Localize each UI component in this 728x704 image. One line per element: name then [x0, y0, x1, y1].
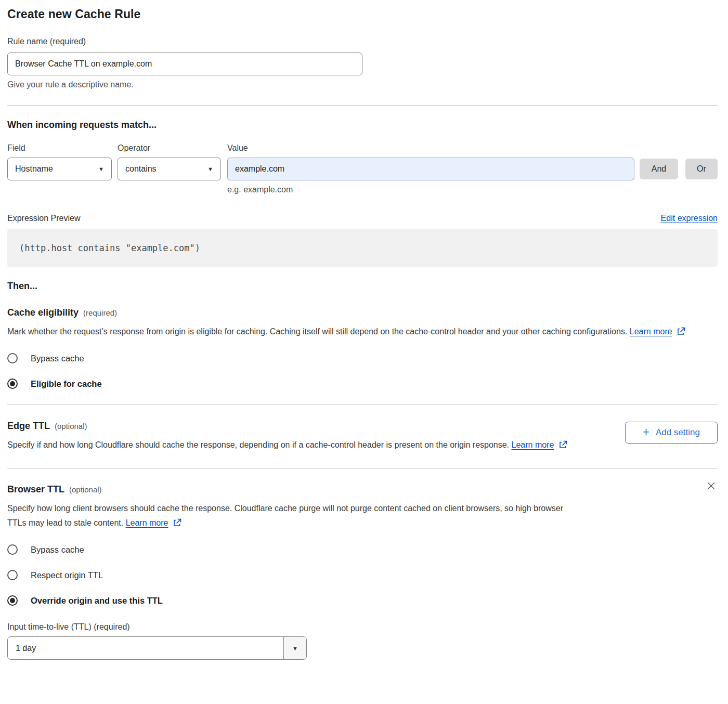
- expression-preview-row: Expression Preview Edit expression: [7, 214, 718, 223]
- browser-ttl-head: Browser TTL (optional): [7, 484, 577, 495]
- edge-ttl-title: Edge TTL: [7, 421, 50, 432]
- then-heading: Then...: [7, 281, 718, 292]
- ttl-input-label: Input time-to-live (TTL) (required): [7, 622, 718, 632]
- plus-icon: +: [643, 426, 649, 438]
- edge-ttl-section: Edge TTL (optional) Specify if and how l…: [7, 405, 718, 452]
- divider: [7, 105, 718, 106]
- chevron-down-icon: ▼: [283, 637, 306, 659]
- operator-label: Operator: [118, 144, 227, 153]
- browser-ttl-title: Browser TTL: [7, 484, 64, 495]
- learn-more-link[interactable]: Learn more: [630, 327, 672, 336]
- remove-browser-ttl-button[interactable]: [705, 479, 718, 494]
- radio-button-icon: [7, 379, 18, 389]
- cache-eligibility-flag: (required): [83, 308, 117, 317]
- expression-code: (http.host contains "example.com"): [19, 243, 200, 253]
- add-setting-button[interactable]: + Add setting: [625, 422, 718, 444]
- operator-select[interactable]: contains ▼: [118, 158, 221, 180]
- create-cache-rule-form: Create new Cache Rule Rule name (require…: [0, 0, 728, 660]
- radio-button-icon: [7, 595, 18, 606]
- edit-expression-link[interactable]: Edit expression: [661, 214, 718, 223]
- radio-button-icon: [7, 544, 18, 555]
- ttl-select-value: 1 day: [8, 637, 283, 659]
- cache-eligibility-title: Cache eligibility: [7, 307, 79, 318]
- ttl-select[interactable]: 1 day ▼: [7, 636, 307, 660]
- cache-eligibility-description: Mark whether the request’s response from…: [7, 324, 709, 339]
- radio-bypass-cache-browser[interactable]: Bypass cache: [7, 544, 718, 555]
- page-title: Create new Cache Rule: [7, 7, 718, 21]
- expression-preview-label: Expression Preview: [7, 214, 81, 223]
- radio-respect-origin-ttl[interactable]: Respect origin TTL: [7, 570, 718, 580]
- browser-ttl-flag: (optional): [69, 485, 102, 494]
- chevron-down-icon: ▼: [207, 166, 213, 172]
- radio-button-icon: [7, 353, 18, 363]
- match-heading: When incoming requests match...: [7, 120, 718, 131]
- learn-more-link[interactable]: Learn more: [126, 518, 168, 527]
- value-label: Value: [227, 144, 248, 153]
- operator-select-value: contains: [125, 164, 157, 174]
- external-link-icon: [559, 440, 567, 449]
- rule-name-helper: Give your rule a descriptive name.: [7, 80, 718, 89]
- cache-eligibility-head: Cache eligibility (required): [7, 307, 718, 318]
- radio-eligible-for-cache[interactable]: Eligible for cache: [7, 379, 718, 389]
- match-column-labels: Field Operator Value: [7, 144, 718, 153]
- value-input[interactable]: [227, 158, 634, 180]
- field-select[interactable]: Hostname ▼: [7, 158, 112, 180]
- rule-name-input[interactable]: [7, 53, 362, 75]
- edge-ttl-head: Edge TTL (optional): [7, 421, 567, 432]
- external-link-icon: [173, 518, 181, 527]
- field-select-value: Hostname: [15, 164, 53, 174]
- field-label: Field: [7, 144, 118, 153]
- edge-ttl-description: Specify if and how long Cloudflare shoul…: [7, 438, 567, 452]
- browser-ttl-section-head: Browser TTL (optional) Specify how long …: [7, 468, 718, 530]
- or-button[interactable]: Or: [685, 159, 718, 179]
- cache-eligibility-options: Bypass cache Eligible for cache: [7, 353, 718, 389]
- value-helper: e.g. example.com: [227, 185, 718, 194]
- and-button[interactable]: And: [640, 159, 678, 179]
- external-link-icon: [677, 327, 685, 335]
- match-controls-row: Hostname ▼ contains ▼ And Or: [7, 158, 718, 180]
- edge-ttl-flag: (optional): [55, 422, 87, 431]
- expression-code-box: (http.host contains "example.com"): [7, 229, 718, 267]
- radio-bypass-cache[interactable]: Bypass cache: [7, 353, 718, 363]
- learn-more-link[interactable]: Learn more: [512, 440, 554, 449]
- browser-ttl-options: Bypass cache Respect origin TTL Override…: [7, 544, 718, 606]
- radio-override-origin-ttl[interactable]: Override origin and use this TTL: [7, 595, 718, 606]
- chevron-down-icon: ▼: [98, 166, 104, 172]
- browser-ttl-description: Specify how long client browsers should …: [7, 501, 577, 530]
- radio-button-icon: [7, 570, 18, 580]
- rule-name-label: Rule name (required): [7, 37, 718, 46]
- close-icon: [706, 480, 717, 491]
